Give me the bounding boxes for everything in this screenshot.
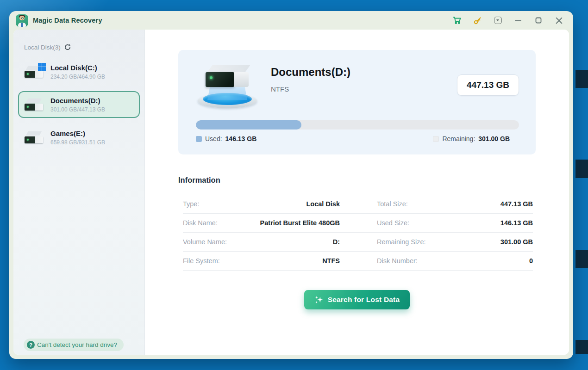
minimize-button[interactable] <box>511 13 525 27</box>
remaining-value: 301.00 GB <box>478 135 510 142</box>
sidebar-disk-item-e[interactable]: Games(E:) 659.98 GB/931.51 GB <box>18 124 140 151</box>
wallpaper-stripe <box>575 70 588 88</box>
wallpaper-stripe <box>575 160 588 178</box>
question-icon: ? <box>27 341 35 349</box>
hard-drive-icon <box>24 97 45 112</box>
drive-file-system: NTFS <box>271 85 350 93</box>
info-label: Disk Name: <box>183 219 218 227</box>
disk-name: Games(E:) <box>50 129 105 138</box>
progress-fill <box>196 120 301 130</box>
info-label: File System: <box>183 257 220 265</box>
info-value: D: <box>333 238 340 246</box>
info-label: Used Size: <box>377 219 409 227</box>
info-label: Volume Name: <box>183 238 227 246</box>
info-label: Total Size: <box>377 200 408 208</box>
info-value: NTFS <box>322 257 340 265</box>
used-legend: Used: 146.13 GB <box>196 135 256 142</box>
table-row: Disk Name: Patriot Burst Elite 480GB Use… <box>183 214 533 233</box>
search-for-lost-data-button[interactable]: Search for Lost Data <box>304 290 410 309</box>
table-row: Volume Name: D: Remaining Size: 301.00 G… <box>183 233 533 252</box>
info-label: Remaining Size: <box>377 238 426 246</box>
store-cart-icon[interactable] <box>450 13 464 27</box>
info-value: 0 <box>529 257 533 265</box>
sidebar-disk-item-d[interactable]: Documents(D:) 301.00 GB/447.13 GB <box>18 91 140 118</box>
sparkles-icon <box>314 295 324 304</box>
capacity-badge: 447.13 GB <box>457 74 519 96</box>
info-value: 301.00 GB <box>500 238 533 246</box>
used-swatch-icon <box>196 136 202 142</box>
hard-drive-icon <box>24 130 45 145</box>
used-label: Used: <box>205 135 222 142</box>
search-button-label: Search for Lost Data <box>328 296 400 304</box>
disk-name: Documents(D:) <box>50 96 105 105</box>
app-logo-icon <box>16 14 28 27</box>
info-value: 146.13 GB <box>500 219 533 227</box>
main-panel: Documents(D:) NTFS 447.13 GB Used: 146.1… <box>145 30 569 355</box>
wallpaper-stripe <box>575 250 588 268</box>
info-label: Disk Number: <box>377 257 418 265</box>
title-bar: Magic Data Recovery <box>9 11 573 30</box>
close-button[interactable] <box>552 13 566 27</box>
disk-list: Local Disk(C:) 234.20 GB/464.90 GB Docum… <box>13 58 144 157</box>
disk-list-header: Local Disk(3) <box>24 44 61 51</box>
remaining-swatch-icon <box>433 136 439 142</box>
disk-size: 301.00 GB/447.13 GB <box>50 106 105 113</box>
sidebar-disk-item-c[interactable]: Local Disk(C:) 234.20 GB/464.90 GB <box>18 58 140 85</box>
remaining-label: Remaining: <box>442 135 475 142</box>
cant-detect-drive-link[interactable]: ? Can't detect your hard drive? <box>24 339 124 351</box>
used-value: 146.13 GB <box>225 135 257 142</box>
help-link-label: Can't detect your hard drive? <box>37 341 117 348</box>
drive-name: Documents(D:) <box>271 66 350 79</box>
disk-size: 234.20 GB/464.90 GB <box>50 74 105 80</box>
license-key-icon[interactable] <box>470 13 484 27</box>
app-window: Magic Data Recovery <box>9 11 573 359</box>
info-label: Type: <box>183 200 199 208</box>
info-value: 447.13 GB <box>500 200 533 208</box>
maximize-button[interactable] <box>532 13 545 27</box>
information-heading: Information <box>178 176 536 185</box>
remaining-legend: Remaining: 301.00 GB <box>433 135 510 142</box>
windows-logo-icon <box>38 63 46 71</box>
disk-size: 659.98 GB/931.51 GB <box>50 139 105 146</box>
drive-illustration-icon <box>196 62 259 108</box>
information-table: Type: Local Disk Total Size: 447.13 GB D… <box>183 195 533 271</box>
hard-drive-icon <box>24 64 45 79</box>
info-value: Local Disk <box>306 200 340 208</box>
table-row: File System: NTFS Disk Number: 0 <box>183 252 533 271</box>
wallpaper-stripe <box>575 340 588 354</box>
window-title: Magic Data Recovery <box>33 17 102 24</box>
usage-progress-bar <box>196 120 519 130</box>
table-row: Type: Local Disk Total Size: 447.13 GB <box>183 195 533 214</box>
drive-summary-card: Documents(D:) NTFS 447.13 GB Used: 146.1… <box>178 50 536 154</box>
refresh-icon[interactable] <box>64 43 71 51</box>
menu-dropdown-icon[interactable] <box>491 13 505 27</box>
sidebar: Local Disk(3) Local Disk(C:) 234.20 GB/4… <box>13 30 145 355</box>
info-value: Patriot Burst Elite 480GB <box>260 219 340 227</box>
information-section: Information Type: Local Disk Total Size:… <box>178 176 536 271</box>
disk-name: Local Disk(C:) <box>50 63 105 73</box>
